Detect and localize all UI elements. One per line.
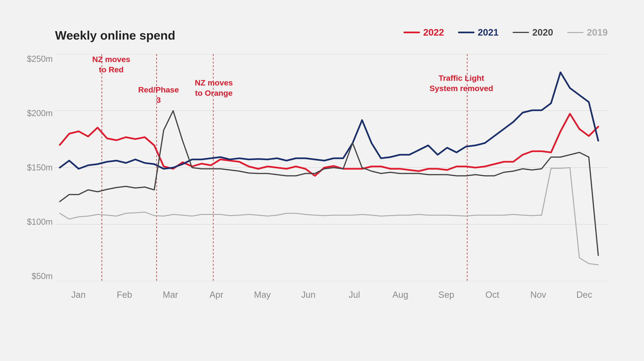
x-label-nov: Nov bbox=[517, 290, 560, 300]
line-2020 bbox=[60, 111, 598, 256]
chart-title: Weekly online spend bbox=[55, 28, 175, 42]
legend-item-2022: 2022 bbox=[404, 27, 444, 38]
legend-line-2021 bbox=[458, 32, 474, 33]
legend-line-2019 bbox=[567, 32, 584, 33]
legend-item-2019: 2019 bbox=[567, 27, 608, 38]
annotation-text-nz-red: NZ movesto Red bbox=[92, 54, 130, 75]
chart-area: $250m $200m $150m $100m $50m bbox=[55, 54, 608, 300]
x-label-jul: Jul bbox=[333, 290, 376, 300]
line-2022 bbox=[60, 114, 598, 176]
legend-item-2021: 2021 bbox=[458, 27, 498, 38]
y-label-50: $50m bbox=[20, 271, 53, 281]
y-label-250: $250m bbox=[20, 54, 53, 64]
chart-container: Weekly online spend 2022 2021 2020 2019 … bbox=[18, 14, 626, 347]
y-label-200: $200m bbox=[20, 108, 53, 118]
legend-label-2022: 2022 bbox=[423, 27, 444, 38]
annotation-text-red-phase3: Red/Phase 3 bbox=[135, 84, 182, 105]
legend-label-2019: 2019 bbox=[587, 27, 608, 38]
annotation-text-traffic-light: Traffic LightSystem removed bbox=[430, 73, 493, 94]
line-2019 bbox=[60, 168, 598, 265]
x-label-sep: Sep bbox=[425, 290, 468, 300]
annotation-nz-orange: NZ movesto Orange bbox=[188, 78, 240, 100]
legend-line-2022 bbox=[404, 32, 420, 33]
legend-label-2020: 2020 bbox=[532, 27, 553, 38]
legend-item-2020: 2020 bbox=[512, 27, 553, 38]
x-label-jan: Jan bbox=[57, 290, 100, 300]
x-axis-labels: Jan Feb Mar Apr May Jun Jul Aug Sep Oct … bbox=[55, 290, 608, 300]
x-label-may: May bbox=[241, 290, 283, 300]
x-label-jun: Jun bbox=[287, 290, 330, 300]
x-label-mar: Mar bbox=[150, 290, 192, 300]
x-label-dec: Dec bbox=[563, 290, 605, 300]
x-label-apr: Apr bbox=[195, 290, 238, 300]
y-label-100: $100m bbox=[20, 217, 53, 227]
x-label-aug: Aug bbox=[379, 290, 422, 300]
legend-label-2021: 2021 bbox=[478, 27, 498, 38]
x-label-feb: Feb bbox=[103, 290, 146, 300]
legend-line-2020 bbox=[512, 32, 529, 33]
annotation-traffic-light: Traffic LightSystem removed bbox=[428, 73, 495, 95]
annotation-nz-red: NZ movesto Red bbox=[88, 54, 135, 76]
legend: 2022 2021 2020 2019 bbox=[404, 27, 608, 38]
y-label-150: $150m bbox=[20, 163, 53, 172]
annotation-text-nz-orange: NZ movesto Orange bbox=[195, 78, 233, 98]
y-axis-labels: $250m $200m $150m $100m $50m bbox=[20, 54, 53, 281]
annotation-red-phase3: Red/Phase 3 bbox=[135, 84, 182, 107]
x-label-oct: Oct bbox=[471, 290, 513, 300]
